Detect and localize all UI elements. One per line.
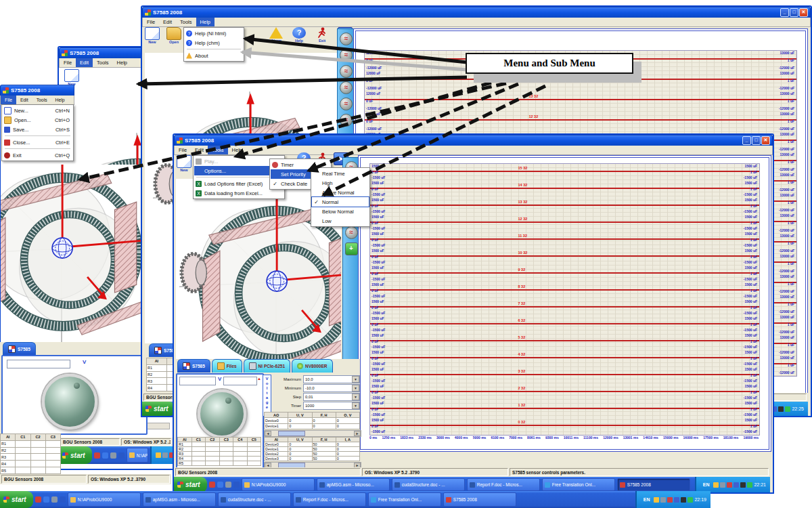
table-row[interactable]: Device0000 bbox=[265, 418, 360, 423]
cell[interactable] bbox=[45, 440, 60, 447]
quick-launch-icon-3[interactable] bbox=[60, 496, 66, 503]
table-row[interactable]: Device00500 bbox=[265, 442, 360, 447]
cell[interactable] bbox=[206, 447, 220, 452]
quick-launch-icon-0[interactable] bbox=[35, 496, 41, 503]
h-scrollbar[interactable]: ◄► bbox=[264, 430, 361, 437]
cell[interactable] bbox=[247, 457, 261, 461]
close-button[interactable]: ✕ bbox=[761, 136, 770, 145]
export-button[interactable]: + bbox=[345, 242, 358, 255]
menu-file[interactable]: File bbox=[1, 96, 16, 104]
cell[interactable] bbox=[16, 461, 30, 467]
start-button[interactable]: start bbox=[142, 402, 175, 416]
language-indicator[interactable]: EN bbox=[641, 496, 653, 503]
table-row[interactable]: Device1000 bbox=[265, 423, 360, 429]
knob-control[interactable] bbox=[198, 389, 246, 438]
timer-combo[interactable]: 1000▼ bbox=[303, 402, 360, 410]
tray-icon-2[interactable] bbox=[727, 482, 732, 488]
menu-file[interactable]: File bbox=[143, 18, 159, 26]
cell[interactable] bbox=[206, 461, 220, 466]
cell[interactable] bbox=[219, 442, 233, 447]
minimize-button[interactable]: _ bbox=[780, 8, 789, 17]
menu-edit[interactable]: Edit bbox=[16, 96, 32, 104]
cell[interactable] bbox=[233, 442, 248, 447]
voltage-tab[interactable]: Voltage bbox=[263, 375, 271, 417]
menu-file[interactable]: File bbox=[60, 58, 76, 67]
tray-icon-0[interactable] bbox=[654, 497, 659, 503]
cell[interactable] bbox=[219, 461, 233, 466]
scope-channel-button[interactable]: ≈ bbox=[345, 226, 358, 239]
cell[interactable] bbox=[45, 467, 60, 474]
cell[interactable] bbox=[206, 452, 220, 457]
cell[interactable] bbox=[233, 461, 248, 466]
task-2[interactable]: cudaStructure.doc - ... bbox=[218, 492, 291, 507]
tray-icon-4[interactable] bbox=[681, 497, 686, 503]
menu-item-real-time[interactable]: Real Time bbox=[312, 169, 369, 178]
menu-item-help-ni-html-[interactable]: ?Help (NI html) bbox=[185, 28, 243, 38]
quick-launch-icon-1[interactable] bbox=[217, 482, 223, 488]
maximum-combo[interactable]: 10,0▼ bbox=[303, 375, 360, 383]
cell[interactable] bbox=[191, 447, 206, 452]
title-bar[interactable]: S7585 2008 _ □ ✕ bbox=[142, 7, 811, 18]
scope-channel-button[interactable]: ≈ bbox=[340, 114, 353, 127]
value-input-2[interactable] bbox=[223, 377, 257, 385]
menu-item-low[interactable]: Low bbox=[312, 216, 369, 226]
cell[interactable] bbox=[16, 467, 30, 474]
quick-launch-icon-0[interactable] bbox=[209, 482, 215, 488]
cell[interactable] bbox=[247, 461, 261, 466]
tab-ni-pcie-6251[interactable]: NI PCIe-6251 bbox=[244, 359, 290, 373]
menu-item-high[interactable]: High bbox=[312, 178, 369, 188]
table-row[interactable]: R1 bbox=[178, 442, 261, 447]
menu-help[interactable]: Help bbox=[228, 146, 246, 154]
dropdown-arrow-icon[interactable]: ▼ bbox=[352, 385, 359, 391]
table-row[interactable]: R3 bbox=[178, 452, 261, 457]
menu-tools[interactable]: Tools bbox=[176, 18, 196, 26]
table-row[interactable]: Device30500 bbox=[265, 457, 360, 461]
menu-help[interactable]: Help bbox=[113, 58, 131, 67]
task-0[interactable]: N:\AProbGU9000 bbox=[68, 492, 141, 507]
cell[interactable] bbox=[219, 457, 233, 461]
start-button[interactable]: start bbox=[174, 477, 207, 492]
menu-help[interactable]: Help bbox=[196, 18, 215, 26]
cell[interactable] bbox=[45, 454, 60, 461]
minimize-button[interactable]: _ bbox=[742, 136, 751, 145]
cell[interactable] bbox=[219, 447, 233, 452]
toolbar-new-button[interactable]: New bbox=[175, 155, 193, 172]
menu-tools[interactable]: Tools bbox=[32, 96, 51, 104]
scope-channel-button[interactable]: ≈ bbox=[340, 98, 353, 110]
language-indicator[interactable]: EN bbox=[700, 482, 713, 488]
toolbar-help-button[interactable]: ?Help bbox=[290, 27, 308, 51]
menu-item-data-loading-from-excel-[interactable]: XData loading from Excel... bbox=[194, 188, 284, 198]
scope-channel-button[interactable]: ≈ bbox=[340, 65, 353, 78]
menu-edit[interactable]: Edit bbox=[191, 146, 208, 154]
title-bar[interactable]: S7585 2008 _ □ ✕ bbox=[174, 135, 773, 146]
cell[interactable] bbox=[30, 447, 45, 454]
cell[interactable] bbox=[247, 447, 261, 452]
title-bar[interactable]: S7585 2008 bbox=[0, 85, 74, 96]
start-button[interactable]: start bbox=[0, 491, 33, 508]
table-row[interactable]: R5 bbox=[178, 461, 261, 466]
cell[interactable] bbox=[30, 467, 45, 474]
cell[interactable] bbox=[233, 457, 248, 461]
task-2[interactable]: cudaStructure.doc - ... bbox=[392, 478, 465, 491]
cell[interactable] bbox=[219, 452, 233, 457]
dropdown-arrow-icon[interactable]: ▼ bbox=[352, 376, 359, 383]
menu-item-close-[interactable]: Close...Ctrl+E bbox=[3, 137, 72, 147]
cell[interactable] bbox=[233, 447, 248, 452]
task-3[interactable]: Report F.doc - Micros... bbox=[293, 492, 366, 507]
dropdown-arrow-icon[interactable]: ▼ bbox=[352, 394, 359, 400]
task-3[interactable]: Report F.doc - Micros... bbox=[467, 478, 540, 491]
cell[interactable] bbox=[191, 452, 206, 457]
cell[interactable] bbox=[16, 447, 30, 454]
task-1[interactable]: apMSG.asm - Microso... bbox=[317, 478, 390, 491]
quick-launch-icon-2[interactable] bbox=[225, 482, 231, 488]
table-row[interactable]: R4 bbox=[1, 461, 61, 467]
tray-icon-5[interactable] bbox=[687, 497, 693, 503]
toolbar-new-button[interactable]: New bbox=[63, 69, 81, 86]
cell[interactable] bbox=[45, 461, 60, 467]
cell[interactable] bbox=[206, 442, 220, 447]
toolbar-open-button[interactable]: Open bbox=[165, 27, 183, 51]
menu-item-about[interactable]: About bbox=[185, 51, 243, 60]
task-5[interactable]: S7585 2008 bbox=[617, 478, 690, 491]
tray-icon-1[interactable] bbox=[720, 482, 725, 488]
quick-launch-icon-2[interactable] bbox=[51, 496, 58, 503]
